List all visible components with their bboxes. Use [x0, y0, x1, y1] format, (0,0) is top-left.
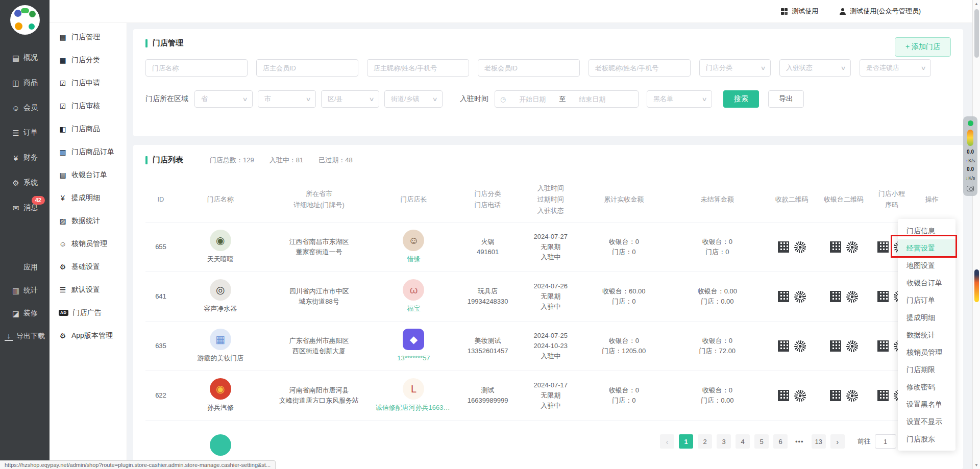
filter-input-boss-info[interactable] — [589, 59, 691, 77]
pay-qrcode-round-icon[interactable] — [794, 241, 806, 253]
manager-link[interactable]: 福宝 — [376, 304, 452, 314]
sidebar-item-finance[interactable]: ¥财务 — [12, 153, 38, 162]
filter-select-city[interactable]: 市∨ — [258, 90, 316, 108]
menu-item-verifier-manage[interactable]: 核销员管理 — [898, 343, 955, 361]
page-button-1[interactable]: 1 — [679, 434, 693, 449]
scroll-down-arrow[interactable]: ▼ — [973, 463, 980, 467]
filter-select-province[interactable]: 省∨ — [194, 90, 253, 108]
next-page-button[interactable]: › — [830, 434, 845, 449]
page-button-4[interactable]: 4 — [736, 434, 750, 449]
sidebar-item-export-download[interactable]: ↓导出下载 — [5, 332, 45, 341]
pay-qrcode-qr-icon[interactable] — [778, 241, 789, 253]
filter-select-is-chain[interactable]: 是否连锁店∨ — [860, 59, 931, 77]
scrollbar-thumb[interactable] — [974, 9, 979, 58]
page-button-13[interactable]: 13 — [812, 434, 826, 449]
page-button-5[interactable]: 5 — [754, 434, 769, 449]
manager-link[interactable]: 惜缘 — [376, 254, 452, 264]
pay-qrcode-round-icon[interactable] — [794, 390, 806, 402]
page-button-3[interactable]: 3 — [717, 434, 731, 449]
submenu-item-store-manage[interactable]: ▤门店管理 — [50, 26, 127, 48]
manager-link[interactable]: 13*******57 — [376, 353, 452, 363]
sidebar-item-members[interactable]: ☺会员 — [12, 103, 38, 112]
cashier-qrcode-round-icon[interactable] — [846, 340, 858, 352]
submenu-item-store-goods-orders[interactable]: ▥门店商品订单 — [50, 140, 127, 163]
filter-select-store-category[interactable]: 门店分类∨ — [699, 59, 771, 77]
submenu-item-basic-settings[interactable]: ⚙基础设置 — [50, 255, 127, 278]
sidebar-item-decoration[interactable]: ◪装修 — [12, 309, 38, 318]
prev-page-button[interactable]: ‹ — [660, 434, 674, 449]
miniprogram-qrcode-qr-icon[interactable] — [877, 291, 889, 302]
clock-icon: ◷ — [500, 95, 506, 103]
cashier-qrcode-qr-icon[interactable] — [830, 291, 841, 302]
filter-select-street[interactable]: 街道/乡镇∨ — [384, 90, 443, 108]
sidebar-item-system[interactable]: ⚙系统 — [12, 178, 38, 187]
workspace-switcher[interactable]: 测试使用 — [781, 7, 818, 16]
cashier-qrcode-round-icon[interactable] — [846, 390, 858, 402]
cashier-qrcode-qr-icon[interactable] — [830, 241, 841, 253]
cashier-qrcode-round-icon[interactable] — [846, 291, 858, 303]
sidebar-item-statistics[interactable]: ▥统计 — [12, 286, 38, 295]
cashier-qrcode-qr-icon[interactable] — [830, 390, 841, 401]
submenu-item-store-ads[interactable]: AD门店广告 — [50, 301, 127, 324]
menu-item-change-password[interactable]: 修改密码 — [898, 378, 955, 396]
export-button[interactable]: 导出 — [768, 90, 804, 108]
submenu-item-store-goods[interactable]: ◧门店商品 — [50, 117, 127, 140]
filter-input-owner-member-id[interactable] — [256, 59, 358, 77]
pay-qrcode-round-icon[interactable] — [794, 291, 806, 303]
end-date-input[interactable] — [569, 95, 616, 103]
blacklist-select[interactable]: 黑名单 ∨ — [647, 90, 712, 108]
menu-item-cashier-orders[interactable]: 收银台订单 — [898, 274, 955, 291]
goto-page-input[interactable] — [875, 434, 896, 449]
submenu-item-store-audit[interactable]: ☑门店审核 — [50, 94, 127, 117]
submenu-item-app-version[interactable]: ⚙App版本管理 — [50, 324, 127, 347]
sidebar-item-messages[interactable]: ✉消息42 — [12, 203, 38, 212]
filter-input-owner-info[interactable] — [367, 59, 469, 77]
page-button-6[interactable]: 6 — [773, 434, 788, 449]
menu-item-set-blacklist[interactable]: 设置黑名单 — [898, 396, 955, 413]
cashier-qrcode-round-icon[interactable] — [846, 241, 858, 253]
miniprogram-qrcode-qr-icon[interactable] — [877, 340, 889, 352]
submenu-item-store-category[interactable]: ▦门店分类 — [50, 48, 127, 71]
pay-qrcode-qr-icon[interactable] — [778, 340, 789, 352]
sidebar-item-overview[interactable]: ▤概况 — [12, 53, 38, 62]
page-ellipsis[interactable]: ••• — [792, 434, 807, 449]
filter-input-boss-member-id[interactable] — [478, 59, 580, 77]
date-range-picker[interactable]: ◷ 至 — [495, 90, 639, 108]
menu-item-set-hidden[interactable]: 设置不显示 — [898, 413, 955, 430]
menu-item-data-statistics[interactable]: 数据统计 — [898, 326, 955, 343]
menu-item-map-setting[interactable]: 地图设置 — [898, 257, 955, 274]
submenu-item-commission-detail[interactable]: ¥提成明细 — [50, 186, 127, 209]
pay-qrcode-qr-icon[interactable] — [778, 390, 789, 401]
sidebar-item-apps[interactable]: 应用 — [12, 263, 38, 272]
app-logo[interactable] — [10, 5, 40, 35]
menu-item-store-shareholder[interactable]: 门店股东 — [898, 430, 955, 448]
cashier-qrcode-qr-icon[interactable] — [830, 340, 841, 352]
filter-select-entry-status[interactable]: 入驻状态∨ — [779, 59, 851, 77]
current-user[interactable]: 测试使用(公众号管理员) — [840, 7, 921, 16]
page-button-2[interactable]: 2 — [698, 434, 712, 449]
network-monitor-widget[interactable]: 0.0 ↑K/s 0.0 ↓K/s — [963, 116, 977, 196]
miniprogram-qrcode-qr-icon[interactable] — [877, 241, 889, 253]
filter-input-store-name[interactable] — [145, 59, 248, 77]
start-date-input[interactable] — [509, 95, 556, 103]
pay-qrcode-qr-icon[interactable] — [778, 291, 789, 302]
search-button[interactable]: 搜索 — [723, 90, 759, 108]
submenu-item-default-settings[interactable]: ☰默认设置 — [50, 278, 127, 301]
submenu-item-data-statistics[interactable]: ▨数据统计 — [50, 209, 127, 232]
scroll-up-arrow[interactable]: ▲ — [973, 2, 980, 6]
miniprogram-qrcode-qr-icon[interactable] — [877, 390, 889, 401]
submenu-item-cashier-orders[interactable]: ▤收银台订单 — [50, 163, 127, 186]
pay-qrcode-round-icon[interactable] — [794, 340, 806, 352]
filter-select-district[interactable]: 区/县∨ — [321, 90, 379, 108]
submenu-item-store-apply[interactable]: ☑门店申请 — [50, 71, 127, 94]
submenu-item-verifier-manage[interactable]: ☺核销员管理 — [50, 232, 127, 255]
sidebar-item-orders[interactable]: ☰订单 — [12, 128, 38, 137]
menu-item-store-orders[interactable]: 门店订单 — [898, 291, 955, 309]
add-store-button[interactable]: + 添加门店 — [895, 37, 951, 57]
sidebar-item-goods[interactable]: ◫商品 — [12, 78, 38, 87]
menu-item-commission-detail[interactable]: 提成明细 — [898, 309, 955, 326]
camera-icon[interactable] — [967, 186, 974, 191]
manager-link[interactable]: 诚信修配唐河孙兵166399... — [376, 403, 452, 413]
menu-item-store-period[interactable]: 门店期限 — [898, 361, 955, 378]
page-scrollbar[interactable]: ▲ ▼ — [972, 0, 980, 469]
